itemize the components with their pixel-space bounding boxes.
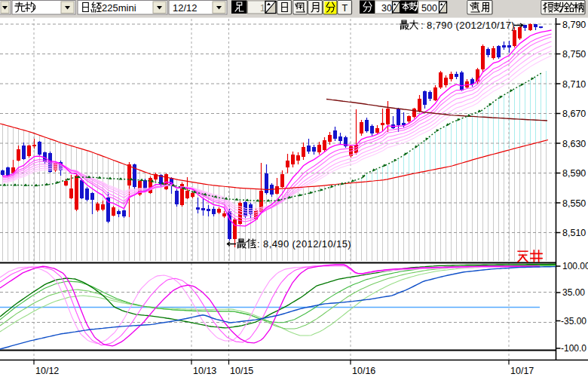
svg-text:10/16: 10/16 bbox=[352, 366, 375, 376]
svg-text:8,510: 8,510 bbox=[562, 228, 586, 238]
svg-text:T: T bbox=[342, 3, 348, 14]
svg-text:-100.0: -100.0 bbox=[561, 343, 586, 354]
svg-text:: 8,790 (2012/10/17): : 8,790 (2012/10/17) bbox=[421, 20, 515, 31]
svg-text:1: 1 bbox=[260, 3, 265, 14]
svg-text:100.00: 100.00 bbox=[562, 261, 588, 271]
svg-text:8,670: 8,670 bbox=[562, 109, 586, 119]
svg-text:8,630: 8,630 bbox=[562, 139, 586, 149]
svg-text:: 8,490 (2012/10/15): : 8,490 (2012/10/15) bbox=[257, 238, 351, 250]
svg-text:8,550: 8,550 bbox=[562, 198, 586, 209]
svg-text:8,590: 8,590 bbox=[562, 168, 586, 179]
svg-text:10/12: 10/12 bbox=[35, 366, 59, 376]
svg-text:10/17: 10/17 bbox=[510, 366, 534, 376]
svg-text:10/15: 10/15 bbox=[230, 366, 253, 376]
svg-text:30: 30 bbox=[381, 3, 392, 14]
svg-text:10/13: 10/13 bbox=[193, 366, 216, 376]
svg-text:8,710: 8,710 bbox=[562, 79, 586, 90]
svg-text:8,790: 8,790 bbox=[562, 20, 586, 30]
svg-text:-35.00: -35.00 bbox=[561, 316, 586, 326]
svg-text:35.00: 35.00 bbox=[562, 287, 585, 298]
svg-text:225mini: 225mini bbox=[102, 2, 136, 14]
svg-text:8,750: 8,750 bbox=[562, 49, 586, 60]
svg-text:12/12: 12/12 bbox=[173, 2, 198, 14]
svg-text:500: 500 bbox=[421, 3, 437, 14]
